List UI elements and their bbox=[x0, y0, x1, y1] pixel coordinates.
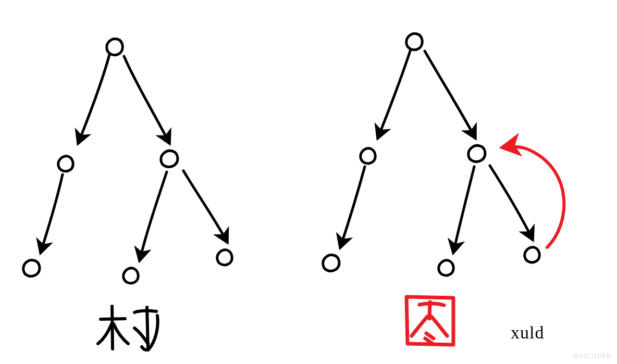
watermark: @51CTO博客 bbox=[573, 352, 612, 361]
tree-label-glyph bbox=[98, 306, 158, 350]
tree-diagram bbox=[23, 39, 232, 283]
graph-node-R bbox=[468, 145, 485, 161]
graph-node-RR bbox=[525, 247, 539, 262]
tree-node-RR bbox=[217, 250, 232, 265]
graph-cycle-edge bbox=[503, 147, 564, 247]
tree-node-LL bbox=[23, 260, 40, 276]
tree-node-L bbox=[58, 156, 73, 171]
graph-edge-L-LL bbox=[340, 167, 365, 247]
diagram-canvas bbox=[0, 0, 617, 364]
graph-node-L bbox=[361, 148, 375, 164]
tree-node-root bbox=[107, 39, 123, 55]
graph-node-RL bbox=[439, 260, 453, 275]
graph-node-LL bbox=[323, 255, 339, 271]
tree-edge-L-LL bbox=[41, 174, 63, 253]
graph-edge-R-RL bbox=[453, 167, 474, 253]
graph-node-root bbox=[406, 33, 423, 49]
author-signature: xuld bbox=[511, 323, 544, 343]
tree-edge-root-L bbox=[78, 55, 109, 143]
graph-edge-root-R bbox=[425, 51, 475, 138]
graph-label-glyph bbox=[406, 297, 453, 345]
tree-edge-R-RR bbox=[183, 171, 227, 242]
tree-edge-R-RL bbox=[140, 172, 167, 260]
tree-node-RL bbox=[124, 268, 138, 283]
graph-edge-root-L bbox=[378, 49, 411, 138]
tree-node-R bbox=[161, 150, 178, 167]
tree-edge-root-R bbox=[124, 56, 169, 143]
graph-diagram bbox=[323, 33, 539, 275]
graph-edge-R-RR bbox=[490, 166, 533, 240]
